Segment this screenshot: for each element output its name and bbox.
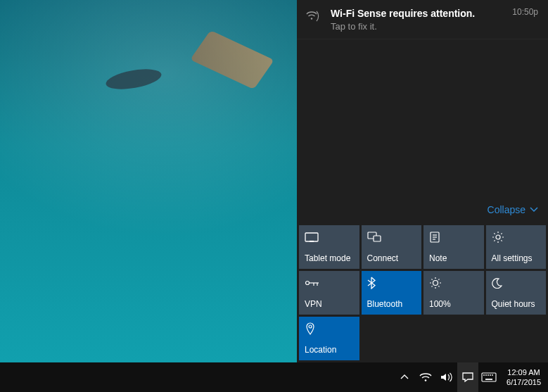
tile-bluetooth[interactable]: Bluetooth xyxy=(362,271,422,315)
tile-note[interactable]: Note xyxy=(423,225,484,269)
clock-time: 12:09 AM xyxy=(506,367,541,377)
vpn-icon xyxy=(305,277,354,289)
bluetooth-icon xyxy=(367,277,416,289)
notification-time: 10:50p xyxy=(508,7,538,32)
chevron-down-icon xyxy=(530,207,538,213)
collapse-label: Collapse xyxy=(488,204,525,215)
desktop-wallpaper[interactable]: Wi-Fi Sense requires attention. Tap to f… xyxy=(0,0,548,362)
wifi-sense-icon xyxy=(304,7,322,32)
tile-connect[interactable]: Connect xyxy=(362,225,422,269)
tile-quiet-hours[interactable]: Quiet hours xyxy=(486,271,547,315)
system-tray: 12:09 AM 6/17/2015 xyxy=(394,362,548,392)
svg-rect-1 xyxy=(305,233,318,241)
collapse-button[interactable]: Collapse xyxy=(488,204,538,215)
wifi-icon xyxy=(419,372,432,382)
tile-label: Connect xyxy=(367,253,416,263)
action-center-icon xyxy=(461,372,474,383)
notification-subtitle: Tap to fix it. xyxy=(331,21,499,32)
keyboard-icon xyxy=(481,372,497,382)
notification-title: Wi-Fi Sense requires attention. xyxy=(331,7,499,20)
moon-icon xyxy=(492,277,541,289)
connect-icon xyxy=(367,231,416,244)
note-icon xyxy=(429,231,478,244)
chevron-up-icon xyxy=(400,374,409,380)
wallpaper-graphic xyxy=(84,42,267,134)
tile-label: Location xyxy=(305,345,354,355)
speaker-icon xyxy=(440,372,453,383)
svg-point-0 xyxy=(311,18,312,19)
tile-label: VPN xyxy=(305,299,354,309)
tablet-icon xyxy=(305,231,354,244)
svg-point-15 xyxy=(309,325,312,328)
tile-label: Bluetooth xyxy=(367,299,416,309)
taskbar: 12:09 AM 6/17/2015 xyxy=(0,362,548,392)
action-center-panel: Wi-Fi Sense requires attention. Tap to f… xyxy=(297,0,548,362)
tray-keyboard-button[interactable] xyxy=(478,362,499,392)
tile-all-settings[interactable]: All settings xyxy=(486,225,547,269)
svg-point-16 xyxy=(425,379,427,381)
tile-label: All settings xyxy=(492,253,541,263)
tile-label: 100% xyxy=(429,299,478,309)
tray-action-center-button[interactable] xyxy=(457,362,478,392)
tile-label: Quiet hours xyxy=(492,299,541,309)
svg-rect-4 xyxy=(374,236,381,241)
sun-icon xyxy=(429,277,478,289)
location-icon xyxy=(305,322,354,335)
tile-label: Note xyxy=(429,253,478,263)
notification-item[interactable]: Wi-Fi Sense requires attention. Tap to f… xyxy=(297,0,548,39)
clock-date: 6/17/2015 xyxy=(506,377,541,387)
tile-tablet-mode[interactable]: Tablet mode xyxy=(299,225,359,269)
tile-location[interactable]: Location xyxy=(299,317,359,360)
tray-volume-button[interactable] xyxy=(436,362,457,392)
gear-icon xyxy=(492,231,541,244)
svg-rect-17 xyxy=(482,373,496,381)
tile-label: Tablet mode xyxy=(305,253,354,263)
quick-action-tiles: Tablet mode Connect Note All settings xyxy=(297,223,548,362)
svg-point-9 xyxy=(496,235,500,239)
tray-overflow-button[interactable] xyxy=(394,362,415,392)
svg-point-14 xyxy=(433,281,438,286)
tile-brightness[interactable]: 100% xyxy=(423,271,484,315)
svg-point-10 xyxy=(306,282,310,285)
tray-network-button[interactable] xyxy=(415,362,436,392)
tile-vpn[interactable]: VPN xyxy=(299,271,359,315)
taskbar-clock[interactable]: 12:09 AM 6/17/2015 xyxy=(499,367,548,388)
